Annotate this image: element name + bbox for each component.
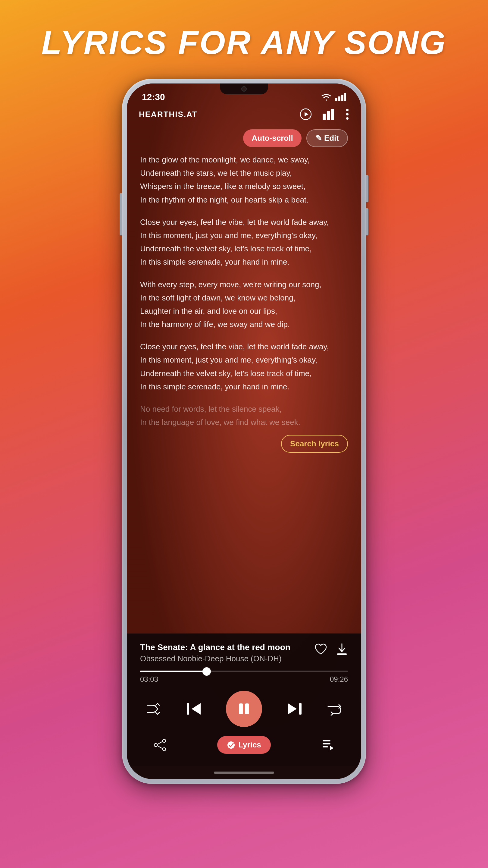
- svg-point-9: [346, 109, 349, 111]
- svg-marker-28: [330, 746, 333, 750]
- svg-rect-15: [239, 704, 243, 714]
- home-indicator: [127, 766, 361, 779]
- pause-button[interactable]: [226, 691, 262, 727]
- app-header: HEARTHIS.AT: [127, 105, 361, 126]
- wifi-icon: [321, 93, 332, 101]
- svg-rect-16: [245, 704, 249, 714]
- lyrics-area: Auto-scroll ✎ Edit In the glow of the mo…: [127, 126, 361, 633]
- player-section: The Senate: A glance at the red moon Obs…: [127, 633, 361, 766]
- prev-icon[interactable]: [186, 701, 202, 716]
- queue-icon[interactable]: [321, 738, 335, 752]
- lyrics-paragraph-3: With every step, every move, we're writi…: [140, 278, 348, 331]
- lyrics-paragraph-4: Close your eyes, feel the vibe, let the …: [140, 340, 348, 393]
- progress-container[interactable]: [140, 671, 348, 672]
- like-icon[interactable]: [314, 643, 327, 655]
- next-icon[interactable]: [287, 701, 303, 716]
- controls-row: [140, 691, 348, 727]
- repeat-icon[interactable]: [327, 702, 342, 715]
- track-action-icons: [314, 643, 348, 656]
- svg-rect-0: [335, 98, 337, 101]
- home-bar: [214, 772, 274, 774]
- svg-point-10: [346, 113, 349, 116]
- power-button[interactable]: [120, 193, 122, 236]
- lyrics-paragraph-1: In the glow of the moonlight, we dance, …: [140, 153, 348, 207]
- status-time: 12:30: [142, 92, 165, 102]
- svg-point-11: [346, 117, 349, 120]
- app-header-icons: [300, 108, 349, 120]
- svg-rect-12: [337, 653, 347, 655]
- volume-up-button[interactable]: [366, 175, 368, 202]
- track-title: The Senate: A glance at the red moon: [140, 643, 290, 652]
- svg-rect-14: [187, 703, 189, 715]
- lyrics-paragraph-2: Close your eyes, feel the vibe, let the …: [140, 216, 348, 269]
- track-info-row: The Senate: A glance at the red moon Obs…: [140, 643, 348, 663]
- play-outline-icon[interactable]: [300, 108, 312, 120]
- lyrics-active-button[interactable]: Lyrics: [217, 736, 271, 754]
- page-title: LYRICS FOR ANY SONG: [41, 24, 447, 61]
- progress-bar-fill: [140, 671, 207, 672]
- track-artist: Obsessed Noobie-Deep House (ON-DH): [140, 654, 290, 663]
- progress-bar-background: [140, 671, 348, 672]
- svg-rect-8: [331, 109, 334, 120]
- lyrics-paragraph-5-fade: No need for words, let the silence speak…: [140, 402, 348, 429]
- search-lyrics-button[interactable]: Search lyrics: [281, 435, 348, 453]
- track-info: The Senate: A glance at the red moon Obs…: [140, 643, 290, 663]
- svg-rect-2: [341, 95, 344, 101]
- share-icon[interactable]: [153, 738, 167, 752]
- edit-button[interactable]: ✎ Edit: [306, 129, 348, 147]
- progress-times: 03:03 09:26: [140, 675, 348, 684]
- lyrics-button-label: Lyrics: [238, 740, 261, 749]
- svg-rect-3: [344, 93, 346, 101]
- bar-chart-icon[interactable]: [323, 109, 335, 120]
- volume-down-button[interactable]: [366, 208, 368, 236]
- shuffle-icon[interactable]: [146, 702, 161, 715]
- notch: [220, 84, 268, 94]
- signal-icon: [335, 93, 346, 101]
- total-time: 09:26: [330, 675, 348, 684]
- svg-marker-13: [192, 703, 201, 715]
- svg-rect-1: [338, 96, 340, 101]
- svg-rect-27: [323, 746, 328, 747]
- svg-point-20: [154, 744, 157, 747]
- progress-thumb: [202, 667, 211, 676]
- svg-marker-17: [288, 703, 297, 715]
- check-icon: [227, 741, 235, 749]
- auto-scroll-button[interactable]: Auto-scroll: [243, 129, 301, 147]
- svg-rect-26: [323, 743, 330, 744]
- current-time: 03:03: [140, 675, 158, 684]
- pause-icon: [236, 701, 252, 717]
- svg-line-23: [157, 746, 163, 749]
- download-icon[interactable]: [336, 643, 348, 656]
- svg-rect-25: [323, 740, 330, 741]
- svg-point-19: [163, 739, 166, 742]
- more-vertical-icon[interactable]: [346, 108, 349, 120]
- svg-rect-6: [323, 114, 326, 120]
- status-icons: [321, 93, 346, 101]
- bottom-bar: Lyrics: [140, 733, 348, 760]
- svg-rect-7: [327, 111, 330, 120]
- lyrics-buttons: Auto-scroll ✎ Edit: [140, 129, 348, 147]
- phone-screen: 12:30: [127, 84, 361, 779]
- app-logo: HEARTHIS.AT: [139, 110, 198, 119]
- svg-rect-18: [299, 703, 301, 715]
- svg-marker-5: [304, 112, 308, 116]
- lyrics-content: In the glow of the moonlight, we dance, …: [140, 153, 348, 429]
- svg-line-22: [157, 741, 163, 744]
- svg-point-21: [163, 748, 166, 751]
- front-camera: [241, 86, 247, 92]
